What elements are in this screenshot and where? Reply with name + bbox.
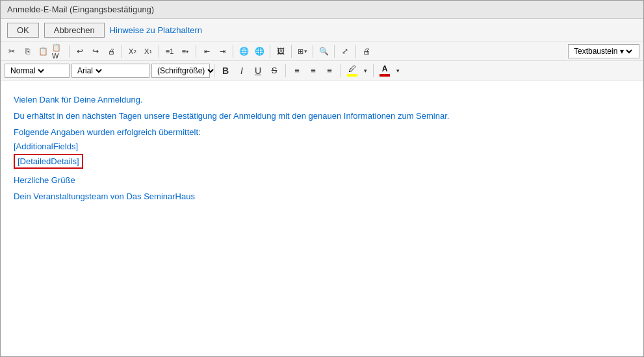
redo-button[interactable]: ↪: [88, 44, 103, 58]
textbaustein-select[interactable]: Textbaustein ▾: [571, 46, 634, 56]
editor-line-4: [AdditionalFields]: [14, 142, 630, 151]
subscript-button[interactable]: X1: [141, 44, 155, 58]
paste-special-button[interactable]: 📋W: [51, 44, 66, 58]
font-size-select[interactable]: (Schriftgröße): [155, 66, 216, 76]
highlight-color-swatch: [347, 74, 357, 77]
textbaustein-dropdown[interactable]: Textbaustein ▾: [568, 44, 639, 58]
find-button[interactable]: 🔍: [316, 44, 331, 58]
toolbar-formatting-2: Normal Arial (Schriftgröße) B I U S ≡ ≡ …: [1, 61, 643, 80]
unordered-list-button[interactable]: ≡•: [178, 44, 192, 58]
title-bar: Anmelde-E-Mail (Eingangsbestätigung): [1, 1, 643, 19]
resize-button[interactable]: ⤢: [338, 44, 352, 58]
ok-button[interactable]: OK: [7, 23, 39, 38]
undo-button[interactable]: ↩: [73, 44, 87, 58]
copy-button[interactable]: ⎘: [20, 44, 34, 58]
main-window: Anmelde-E-Mail (Eingangsbestätigung) OK …: [0, 0, 644, 357]
separator-10: [355, 45, 356, 58]
font-color-swatch: [380, 74, 390, 77]
print-button[interactable]: 🖨: [359, 44, 374, 58]
separator-7: [291, 45, 292, 58]
separator-11: [214, 64, 214, 77]
strikethrough-button[interactable]: S: [267, 64, 281, 78]
separator-3: [159, 45, 159, 58]
ordered-list-button[interactable]: ≡1: [162, 44, 177, 58]
remove-link-button[interactable]: 🌐: [252, 44, 266, 58]
highlight-dropdown-arrow[interactable]: ▾: [361, 64, 369, 78]
editor-line-2: Du erhältst in den nächsten Tagen unsere…: [14, 110, 630, 123]
separator-14: [373, 64, 374, 77]
font-select[interactable]: Arial: [75, 66, 104, 76]
action-bar: OK Abbrechen Hinweise zu Platzhaltern: [1, 19, 643, 42]
editor-line-1: Vielen Dank für Deine Anmeldung.: [14, 93, 630, 107]
highlight-icon: 🖊: [348, 64, 356, 73]
separator-12: [285, 64, 286, 77]
insert-table-button[interactable]: ⊞▾: [295, 44, 309, 58]
cancel-button[interactable]: Abbrechen: [44, 23, 105, 38]
separator-5: [233, 45, 233, 58]
italic-button[interactable]: I: [235, 64, 249, 78]
outdent-button[interactable]: ⇤: [200, 44, 214, 58]
toolbar-formatting-1: ✂ ⎘ 📋 📋W ↩ ↪ 🖨 X2 X1 ≡1 ≡• ⇤ ⇥ 🌐 🌐: [1, 42, 643, 61]
bold-button[interactable]: B: [218, 64, 233, 78]
style-select[interactable]: Normal: [8, 66, 46, 76]
insert-image-button[interactable]: 🖼: [274, 44, 288, 58]
separator-2: [122, 45, 122, 58]
superscript-button[interactable]: X2: [125, 44, 140, 58]
font-color-dropdown-arrow[interactable]: ▾: [394, 64, 402, 78]
font-size-dropdown[interactable]: (Schriftgröße): [151, 64, 210, 78]
separator-4: [196, 45, 196, 58]
editor-line-7: Dein Veranstaltungsteam von Das SeminarH…: [14, 190, 630, 204]
detailed-details-text: [DetailedDetails]: [18, 156, 79, 166]
style-dropdown[interactable]: Normal: [5, 64, 70, 78]
cut-button[interactable]: ✂: [5, 44, 19, 58]
editor-area[interactable]: Vielen Dank für Deine Anmeldung. Du erhä…: [1, 80, 643, 356]
window-title: Anmelde-E-Mail (Eingangsbestätigung): [7, 5, 154, 14]
separator-13: [341, 64, 341, 77]
separator-8: [313, 45, 313, 58]
paste-button[interactable]: 📋: [36, 44, 50, 58]
highlight-color-button[interactable]: 🖊: [345, 63, 359, 78]
editor-line-6: Herzliche Grüße: [14, 174, 630, 188]
underline-button[interactable]: U: [251, 64, 265, 78]
font-color-icon: A: [382, 64, 388, 73]
editor-line-5-highlighted: [DetailedDetails]: [14, 154, 83, 169]
hints-link[interactable]: Hinweise zu Platzhaltern: [110, 25, 202, 35]
insert-link-button[interactable]: 🌐: [237, 44, 251, 58]
align-center-button[interactable]: ≡: [306, 64, 320, 78]
align-right-button[interactable]: ≡: [322, 64, 337, 78]
print-preview-button[interactable]: 🖨: [104, 44, 118, 58]
separator-9: [334, 45, 335, 58]
separator-6: [270, 45, 270, 58]
font-color-button[interactable]: A: [378, 63, 392, 78]
indent-button[interactable]: ⇥: [215, 44, 229, 58]
editor-line-3: Folgende Angaben wurden erfolgreich über…: [14, 126, 630, 140]
align-left-button[interactable]: ≡: [290, 64, 304, 78]
font-dropdown[interactable]: Arial: [71, 64, 149, 78]
separator-1: [69, 45, 70, 58]
